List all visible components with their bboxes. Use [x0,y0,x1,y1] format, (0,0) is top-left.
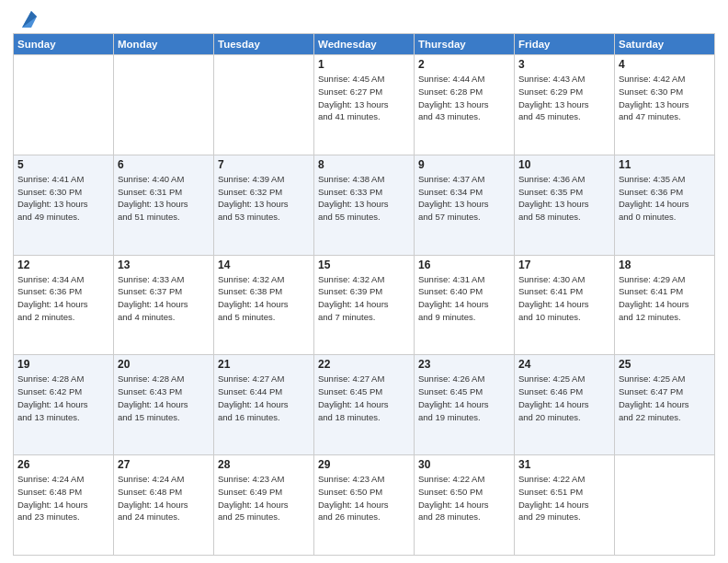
day-number: 2 [418,58,510,71]
calendar-week-row: 12Sunrise: 4:34 AM Sunset: 6:36 PM Dayli… [14,255,715,355]
day-number: 27 [118,458,210,471]
calendar-cell: 10Sunrise: 4:36 AM Sunset: 6:35 PM Dayli… [515,155,615,255]
day-number: 20 [118,358,210,371]
calendar-cell: 17Sunrise: 4:30 AM Sunset: 6:41 PM Dayli… [515,255,615,355]
calendar-cell: 1Sunrise: 4:45 AM Sunset: 6:27 PM Daylig… [314,55,415,155]
day-number: 23 [418,358,510,371]
day-info: Sunrise: 4:45 AM Sunset: 6:27 PM Dayligh… [318,73,410,123]
day-info: Sunrise: 4:26 AM Sunset: 6:45 PM Dayligh… [418,373,510,423]
calendar-cell: 15Sunrise: 4:32 AM Sunset: 6:39 PM Dayli… [314,255,415,355]
day-info: Sunrise: 4:22 AM Sunset: 6:50 PM Dayligh… [418,473,510,523]
day-info: Sunrise: 4:43 AM Sunset: 6:29 PM Dayligh… [518,73,610,123]
day-info: Sunrise: 4:28 AM Sunset: 6:42 PM Dayligh… [17,373,109,423]
day-number: 26 [17,458,109,471]
day-info: Sunrise: 4:39 AM Sunset: 6:32 PM Dayligh… [218,173,310,224]
day-number: 18 [619,259,711,271]
day-number: 19 [17,358,109,371]
day-info: Sunrise: 4:33 AM Sunset: 6:37 PM Dayligh… [118,273,210,324]
calendar-cell: 4Sunrise: 4:42 AM Sunset: 6:30 PM Daylig… [615,55,715,155]
day-info: Sunrise: 4:35 AM Sunset: 6:36 PM Dayligh… [619,173,711,224]
day-number: 4 [619,58,711,71]
calendar-cell: 20Sunrise: 4:28 AM Sunset: 6:43 PM Dayli… [114,355,214,455]
calendar-cell [14,55,114,155]
page: SundayMondayTuesdayWednesdayThursdayFrid… [0,0,728,563]
calendar-cell [114,55,214,155]
calendar-cell: 3Sunrise: 4:43 AM Sunset: 6:29 PM Daylig… [515,55,615,155]
day-number: 31 [518,458,610,471]
day-info: Sunrise: 4:29 AM Sunset: 6:41 PM Dayligh… [619,273,711,324]
calendar-cell: 30Sunrise: 4:22 AM Sunset: 6:50 PM Dayli… [415,455,515,556]
calendar-week-row: 5Sunrise: 4:41 AM Sunset: 6:30 PM Daylig… [14,155,715,255]
calendar-week-row: 1Sunrise: 4:45 AM Sunset: 6:27 PM Daylig… [14,55,715,155]
calendar-cell: 26Sunrise: 4:24 AM Sunset: 6:48 PM Dayli… [14,455,114,556]
calendar-week-row: 19Sunrise: 4:28 AM Sunset: 6:42 PM Dayli… [14,355,715,455]
day-number: 3 [518,58,610,71]
calendar-cell [615,455,715,556]
calendar-cell: 13Sunrise: 4:33 AM Sunset: 6:37 PM Dayli… [114,255,214,355]
calendar-cell: 16Sunrise: 4:31 AM Sunset: 6:40 PM Dayli… [415,255,515,355]
day-number: 5 [17,158,109,171]
day-number: 8 [318,158,410,171]
calendar-cell: 2Sunrise: 4:44 AM Sunset: 6:28 PM Daylig… [415,55,515,155]
day-number: 10 [518,158,610,171]
day-number: 13 [118,259,210,271]
day-number: 17 [518,259,610,271]
day-of-week-header: Saturday [615,34,715,55]
calendar-header-row: SundayMondayTuesdayWednesdayThursdayFrid… [14,34,715,55]
day-number: 22 [318,358,410,371]
day-info: Sunrise: 4:38 AM Sunset: 6:33 PM Dayligh… [318,173,410,224]
day-info: Sunrise: 4:44 AM Sunset: 6:28 PM Dayligh… [418,73,510,123]
calendar-cell: 27Sunrise: 4:24 AM Sunset: 6:48 PM Dayli… [114,455,214,556]
calendar-cell: 12Sunrise: 4:34 AM Sunset: 6:36 PM Dayli… [14,255,114,355]
day-info: Sunrise: 4:42 AM Sunset: 6:30 PM Dayligh… [619,73,711,123]
calendar-cell: 18Sunrise: 4:29 AM Sunset: 6:41 PM Dayli… [615,255,715,355]
day-number: 1 [318,58,410,71]
day-info: Sunrise: 4:37 AM Sunset: 6:34 PM Dayligh… [418,173,510,224]
day-of-week-header: Monday [114,34,214,55]
calendar-cell: 7Sunrise: 4:39 AM Sunset: 6:32 PM Daylig… [214,155,314,255]
logo-icon [17,9,37,29]
calendar-cell: 21Sunrise: 4:27 AM Sunset: 6:44 PM Dayli… [214,355,314,455]
day-number: 24 [518,358,610,371]
day-of-week-header: Thursday [415,34,515,55]
day-number: 9 [418,158,510,171]
day-of-week-header: Sunday [14,34,114,55]
calendar-week-row: 26Sunrise: 4:24 AM Sunset: 6:48 PM Dayli… [14,455,715,556]
calendar-cell: 29Sunrise: 4:23 AM Sunset: 6:50 PM Dayli… [314,455,415,556]
calendar-cell [214,55,314,155]
day-number: 6 [118,158,210,171]
day-number: 15 [318,259,410,271]
day-number: 29 [318,458,410,471]
day-info: Sunrise: 4:27 AM Sunset: 6:44 PM Dayligh… [218,373,310,423]
day-info: Sunrise: 4:23 AM Sunset: 6:49 PM Dayligh… [218,473,310,523]
day-info: Sunrise: 4:23 AM Sunset: 6:50 PM Dayligh… [318,473,410,523]
day-number: 7 [218,158,310,171]
day-number: 25 [619,358,711,371]
calendar-cell: 11Sunrise: 4:35 AM Sunset: 6:36 PM Dayli… [615,155,715,255]
calendar-cell: 23Sunrise: 4:26 AM Sunset: 6:45 PM Dayli… [415,355,515,455]
day-info: Sunrise: 4:40 AM Sunset: 6:31 PM Dayligh… [118,173,210,224]
day-info: Sunrise: 4:24 AM Sunset: 6:48 PM Dayligh… [17,473,109,523]
day-number: 21 [218,358,310,371]
day-of-week-header: Tuesday [214,34,314,55]
day-of-week-header: Friday [515,34,615,55]
day-info: Sunrise: 4:41 AM Sunset: 6:30 PM Dayligh… [17,173,109,224]
day-number: 30 [418,458,510,471]
day-of-week-header: Wednesday [314,34,415,55]
day-info: Sunrise: 4:32 AM Sunset: 6:38 PM Dayligh… [218,273,310,324]
calendar-cell: 25Sunrise: 4:25 AM Sunset: 6:47 PM Dayli… [615,355,715,455]
calendar-table: SundayMondayTuesdayWednesdayThursdayFrid… [13,33,715,556]
day-info: Sunrise: 4:36 AM Sunset: 6:35 PM Dayligh… [518,173,610,224]
calendar-cell: 5Sunrise: 4:41 AM Sunset: 6:30 PM Daylig… [14,155,114,255]
calendar-cell: 19Sunrise: 4:28 AM Sunset: 6:42 PM Dayli… [14,355,114,455]
calendar-cell: 8Sunrise: 4:38 AM Sunset: 6:33 PM Daylig… [314,155,415,255]
day-info: Sunrise: 4:30 AM Sunset: 6:41 PM Dayligh… [518,273,610,324]
day-number: 28 [218,458,310,471]
calendar-cell: 9Sunrise: 4:37 AM Sunset: 6:34 PM Daylig… [415,155,515,255]
day-info: Sunrise: 4:25 AM Sunset: 6:47 PM Dayligh… [619,373,711,423]
day-number: 11 [619,158,711,171]
day-info: Sunrise: 4:24 AM Sunset: 6:48 PM Dayligh… [118,473,210,523]
day-number: 16 [418,259,510,271]
day-info: Sunrise: 4:31 AM Sunset: 6:40 PM Dayligh… [418,273,510,324]
day-info: Sunrise: 4:27 AM Sunset: 6:45 PM Dayligh… [318,373,410,423]
